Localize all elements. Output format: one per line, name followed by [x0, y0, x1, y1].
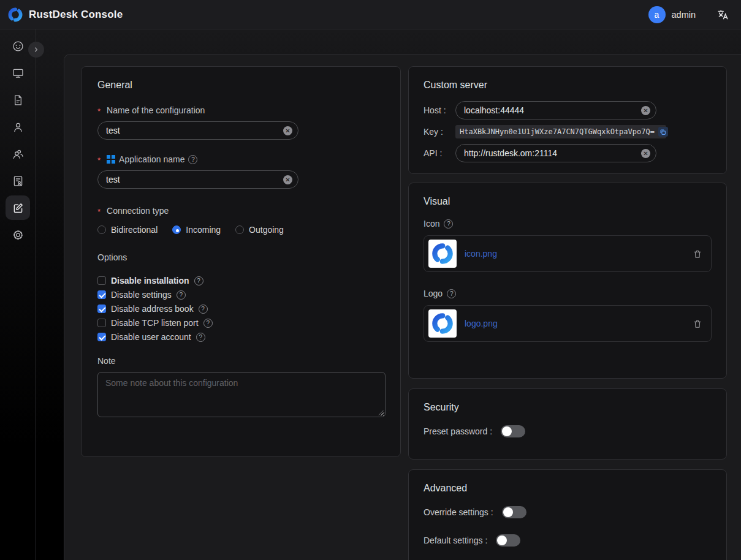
- api-input-field[interactable]: [464, 148, 637, 158]
- radio-outgoing[interactable]: Outgoing: [235, 225, 284, 235]
- sidebar-item-devices[interactable]: [6, 61, 30, 85]
- host-input[interactable]: ✕: [455, 101, 656, 119]
- rustdesk-logo-icon: [431, 312, 454, 335]
- clear-icon[interactable]: ✕: [641, 149, 650, 158]
- sidebar-item-audit[interactable]: [6, 168, 30, 193]
- rustdesk-logo-icon: [7, 7, 23, 23]
- radio-dot[interactable]: [97, 225, 106, 234]
- checkbox[interactable]: [97, 290, 106, 299]
- monitor-icon: [12, 67, 25, 80]
- user-icon: [12, 121, 25, 134]
- copy-key-button[interactable]: [658, 127, 668, 137]
- audit-document-icon: [12, 175, 25, 187]
- application-name-input-field[interactable]: [106, 175, 279, 184]
- note-label: Note: [97, 356, 384, 366]
- host-label: Host :: [424, 105, 455, 115]
- general-card-title: General: [97, 80, 384, 91]
- icon-upload-row: icon.png: [424, 235, 712, 272]
- windows-logo-icon: [107, 155, 115, 164]
- icon-filename-link[interactable]: icon.png: [465, 249, 497, 259]
- custom-server-card: Custom server Host : ✕ Key : HtaXBkJNHyn…: [408, 66, 727, 174]
- advanced-title: Advanced: [424, 483, 712, 494]
- server-key-text: HtaXBkJNHyn0e1U1jWXze7A7CN7QTGWqxkOtpaVp…: [460, 127, 655, 136]
- delete-logo-button[interactable]: [693, 319, 702, 329]
- help-icon[interactable]: ?: [199, 305, 208, 314]
- security-card: Security Preset password :: [408, 388, 727, 460]
- clear-icon[interactable]: ✕: [283, 126, 292, 135]
- radio-incoming[interactable]: Incoming: [172, 225, 221, 235]
- help-icon[interactable]: ?: [196, 333, 205, 342]
- copy-icon: [659, 129, 666, 135]
- name-field-label: Name of the configuration: [97, 105, 384, 115]
- override-settings-label: Override settings :: [424, 507, 493, 517]
- radio-dot[interactable]: [235, 225, 244, 234]
- help-icon[interactable]: ?: [177, 290, 186, 300]
- app-title: RustDesk Console: [29, 9, 123, 21]
- name-input-field[interactable]: [106, 126, 279, 135]
- checkbox-disable-tcp-listen-port[interactable]: Disable TCP listen port ?: [97, 318, 384, 328]
- checkbox-disable-address-book[interactable]: Disable address book ?: [97, 304, 384, 314]
- help-icon[interactable]: ?: [203, 319, 213, 328]
- user-menu[interactable]: a admin: [648, 6, 696, 23]
- host-input-field[interactable]: [464, 105, 637, 115]
- app-header: RustDesk Console a admin: [0, 0, 741, 29]
- users-icon: [12, 148, 25, 161]
- api-input[interactable]: ✕: [455, 144, 656, 162]
- name-input[interactable]: ✕: [97, 121, 298, 140]
- application-name-input[interactable]: ✕: [97, 170, 298, 189]
- help-icon[interactable]: ?: [447, 289, 456, 298]
- checkbox-disable-installation[interactable]: Disable installation ?: [97, 276, 384, 286]
- preset-password-toggle[interactable]: [501, 425, 525, 437]
- connection-type-radio-group: Bidirectional Incoming Outgoing: [97, 225, 384, 235]
- sidebar-item-groups[interactable]: [6, 142, 30, 166]
- checkbox-disable-user-account[interactable]: Disable user account ?: [97, 332, 384, 342]
- trash-icon: [693, 249, 702, 259]
- visual-card: Visual Icon ? icon.png: [408, 183, 727, 379]
- sidebar-item-settings[interactable]: [6, 222, 30, 247]
- checkbox[interactable]: [97, 305, 106, 313]
- chevron-right-icon: [32, 45, 40, 54]
- sidebar-item-custom-client[interactable]: [6, 195, 30, 220]
- checkbox[interactable]: [97, 276, 106, 285]
- translate-icon: [716, 9, 729, 21]
- icon-upload-label: Icon ?: [424, 219, 712, 229]
- advanced-card: Advanced Override settings : Default set…: [408, 469, 727, 560]
- api-label: API :: [424, 148, 455, 158]
- sidebar-expand-button[interactable]: [28, 42, 44, 58]
- note-textarea[interactable]: [97, 372, 386, 417]
- override-settings-toggle[interactable]: [502, 506, 526, 518]
- avatar[interactable]: a: [648, 6, 666, 23]
- smiley-icon: [12, 40, 25, 53]
- radio-bidirectional[interactable]: Bidirectional: [97, 225, 158, 235]
- main-area: General Name of the configuration ✕ Appl…: [0, 29, 741, 560]
- sidebar-item-welcome[interactable]: [6, 34, 30, 58]
- trash-icon: [693, 319, 702, 329]
- general-card: General Name of the configuration ✕ Appl…: [81, 66, 401, 457]
- default-settings-toggle[interactable]: [496, 534, 520, 547]
- logo-filename-link[interactable]: logo.png: [465, 319, 498, 328]
- checkbox-disable-settings[interactable]: Disable settings ?: [97, 290, 384, 300]
- checkbox[interactable]: [97, 333, 106, 341]
- sidebar-item-users[interactable]: [6, 115, 30, 139]
- logo-upload-row: logo.png: [424, 305, 712, 342]
- clear-icon[interactable]: ✕: [283, 175, 292, 184]
- connection-type-label: Connection type: [97, 206, 384, 216]
- logo-thumbnail: [428, 309, 457, 338]
- clear-icon[interactable]: ✕: [641, 106, 650, 115]
- icon-thumbnail: [428, 240, 457, 268]
- sidebar-item-documents[interactable]: [6, 88, 30, 112]
- help-icon[interactable]: ?: [188, 155, 197, 164]
- gear-icon: [12, 229, 25, 241]
- application-name-label: Application name ?: [97, 154, 384, 164]
- preset-password-label: Preset password :: [424, 426, 492, 436]
- radio-dot[interactable]: [172, 225, 181, 234]
- default-settings-label: Default settings :: [424, 535, 487, 545]
- key-label: Key :: [424, 127, 455, 137]
- language-switch-button[interactable]: [716, 9, 729, 21]
- help-icon[interactable]: ?: [194, 276, 203, 286]
- checkbox[interactable]: [97, 319, 106, 327]
- user-name: admin: [672, 10, 696, 20]
- help-icon[interactable]: ?: [444, 219, 453, 229]
- delete-icon-button[interactable]: [693, 249, 702, 259]
- document-icon: [12, 94, 25, 107]
